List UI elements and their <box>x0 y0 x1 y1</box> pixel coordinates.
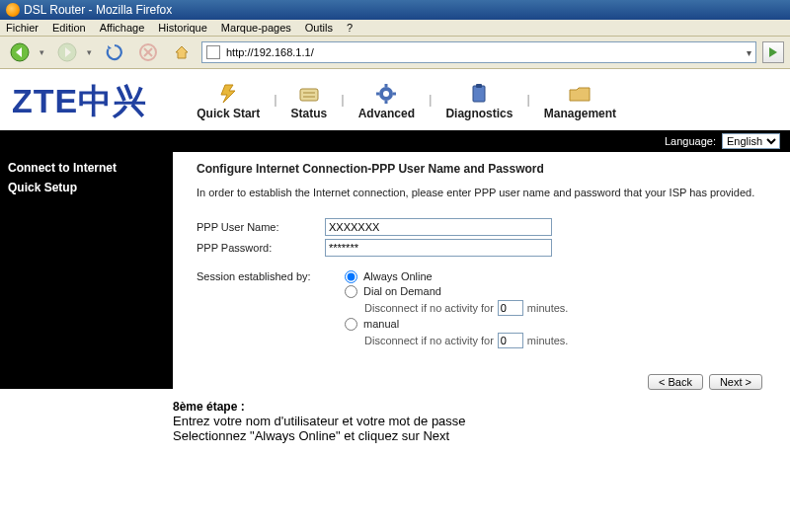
menu-bar: Fichier Edition Affichage Historique Mar… <box>0 20 790 37</box>
router-nav: Quick Start | Status | Advanced | Diagno… <box>191 83 622 120</box>
window-title: DSL Router - Mozilla Firefox <box>24 3 172 17</box>
disconnect-minutes-input-2[interactable] <box>498 333 523 348</box>
page-icon <box>206 45 220 59</box>
disconnect-minutes-input-1[interactable] <box>498 300 523 316</box>
home-button[interactable] <box>168 40 196 64</box>
tab-label: Management <box>544 107 616 120</box>
folder-icon <box>567 83 592 105</box>
menu-view[interactable]: Affichage <box>100 22 145 34</box>
radio-dial[interactable] <box>345 285 357 298</box>
tab-label: Quick Start <box>197 107 260 120</box>
tab-label: Status <box>291 107 328 120</box>
radio-manual[interactable] <box>345 318 357 331</box>
back-dropdown-icon[interactable]: ▾ <box>40 47 47 57</box>
separator: | <box>429 93 432 111</box>
back-button[interactable] <box>6 40 34 64</box>
session-label: Session established by: <box>197 270 345 348</box>
tab-quick-start[interactable]: Quick Start <box>191 83 266 120</box>
language-bar: Language: English <box>0 130 790 152</box>
opt-manual[interactable]: manual <box>345 318 568 331</box>
opt-always-online[interactable]: Always Online <box>345 270 568 283</box>
opt-label: Always Online <box>363 270 433 282</box>
menu-edit[interactable]: Edition <box>52 22 86 34</box>
tab-diagnostics[interactable]: Diagnostics <box>439 83 518 120</box>
ppp-user-label: PPP User Name: <box>197 221 325 233</box>
reload-button[interactable] <box>101 40 128 64</box>
disconnect-line-1: Disconnect if no activity for minutes. <box>345 300 568 316</box>
page-heading: Configure Internet Connection-PPP User N… <box>197 162 772 176</box>
ppp-user-input[interactable] <box>325 218 552 236</box>
forward-button[interactable] <box>53 40 81 64</box>
forward-dropdown-icon[interactable]: ▾ <box>87 47 95 57</box>
sidebar-item-connect[interactable]: Connect to Internet <box>8 158 165 178</box>
menu-file[interactable]: Fichier <box>6 22 39 34</box>
opt-label: manual <box>363 318 399 330</box>
svg-rect-5 <box>300 89 318 101</box>
disconnect-text: Disconnect if no activity for <box>364 302 494 314</box>
radio-always[interactable] <box>345 270 357 283</box>
instruction-line-1: Entrez votre nom d'utilisateur et votre … <box>173 414 778 428</box>
zte-logo: ZTE中兴 <box>12 79 147 124</box>
intro-text: In order to establish the Internet conne… <box>197 186 772 200</box>
router-header: ZTE中兴 Quick Start | Status | Advanced | … <box>0 75 790 124</box>
ppp-password-input[interactable] <box>325 239 552 257</box>
clipboard-icon <box>466 83 492 105</box>
sidebar-item-quick-setup[interactable]: Quick Setup <box>8 178 165 197</box>
language-label: Language: <box>665 135 716 147</box>
step-label: 8ème étape : <box>173 400 778 414</box>
svg-point-9 <box>383 91 389 97</box>
instruction-line-2: Selectionnez "Always Online" et cliquez … <box>173 428 778 443</box>
separator: | <box>274 93 276 111</box>
menu-tools[interactable]: Outils <box>305 22 333 34</box>
instruction-footnote: 8ème étape : Entrez votre nom d'utilisat… <box>0 396 790 451</box>
separator: | <box>526 93 529 111</box>
svg-rect-15 <box>476 84 482 88</box>
url-bar[interactable]: ▾ <box>201 41 756 63</box>
tab-label: Advanced <box>358 107 415 120</box>
page-content: ZTE中兴 Quick Start | Status | Advanced | … <box>0 69 790 451</box>
window-titlebar: DSL Router - Mozilla Firefox <box>0 0 790 20</box>
nav-toolbar: ▾ ▾ ▾ <box>0 37 790 69</box>
url-dropdown-icon[interactable]: ▾ <box>747 47 751 58</box>
tab-status[interactable]: Status <box>285 83 334 120</box>
disconnect-suffix: minutes. <box>527 335 569 346</box>
menu-help[interactable]: ? <box>347 22 353 34</box>
tab-management[interactable]: Management <box>538 83 622 120</box>
sidebar: Connect to Internet Quick Setup <box>0 152 173 389</box>
menu-history[interactable]: Historique <box>158 22 207 34</box>
next-button[interactable]: Next > <box>709 374 762 390</box>
go-button[interactable] <box>762 41 784 63</box>
ppp-password-label: PPP Password: <box>197 242 325 254</box>
disconnect-suffix: minutes. <box>527 302 569 314</box>
back-button[interactable]: < Back <box>648 374 703 390</box>
disconnect-line-2: Disconnect if no activity for minutes. <box>345 333 568 348</box>
tab-advanced[interactable]: Advanced <box>353 83 421 120</box>
status-icon <box>296 83 322 105</box>
separator: | <box>341 93 344 111</box>
stop-button[interactable] <box>134 40 162 64</box>
main-panel: Configure Internet Connection-PPP User N… <box>173 152 790 396</box>
disconnect-text: Disconnect if no activity for <box>364 335 494 346</box>
opt-dial-on-demand[interactable]: Dial on Demand <box>345 285 568 298</box>
gear-icon <box>373 83 399 105</box>
menu-bookmarks[interactable]: Marque-pages <box>221 22 291 34</box>
language-select[interactable]: English <box>722 133 780 149</box>
tab-label: Diagnostics <box>445 107 513 120</box>
lightning-icon <box>215 83 241 105</box>
svg-rect-14 <box>473 86 485 102</box>
firefox-icon <box>6 3 20 17</box>
url-input[interactable] <box>224 45 743 59</box>
opt-label: Dial on Demand <box>363 285 441 297</box>
